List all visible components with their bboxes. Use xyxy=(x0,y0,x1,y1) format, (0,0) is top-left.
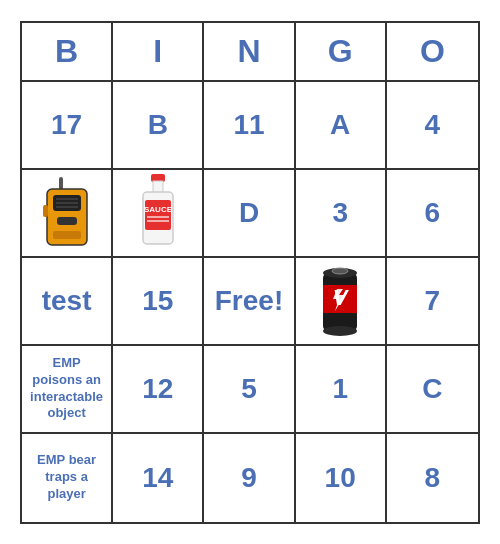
cell-value: C xyxy=(422,373,442,405)
cell-r1-c1: SAUCE xyxy=(113,170,204,258)
cell-value: B xyxy=(148,109,168,141)
cell-value: 17 xyxy=(51,109,82,141)
cell-value-small: EMP bear traps a player xyxy=(26,452,107,503)
cell-value: A xyxy=(330,109,350,141)
cell-r1-c2: D xyxy=(204,170,295,258)
cell-r2-c2: Free! xyxy=(204,258,295,346)
cell-r4-c4: 8 xyxy=(387,434,478,522)
header-letter: B xyxy=(22,23,113,80)
svg-text:SAUCE: SAUCE xyxy=(144,205,173,214)
energy-can-image: V xyxy=(304,265,376,337)
cell-r4-c2: 9 xyxy=(204,434,295,522)
cell-r3-c2: 5 xyxy=(204,346,295,434)
free-space: Free! xyxy=(215,285,283,317)
svg-rect-15 xyxy=(147,216,169,218)
cell-value: 9 xyxy=(241,462,257,494)
cell-r4-c0: EMP bear traps a player xyxy=(22,434,113,522)
cell-value: D xyxy=(239,197,259,229)
bingo-grid: 17B11A4 SAUCE D36test15Free! xyxy=(22,82,478,522)
svg-rect-7 xyxy=(57,217,77,225)
svg-point-22 xyxy=(332,268,348,274)
cell-r3-c0: EMP poisons an interactable object xyxy=(22,346,113,434)
bottle-image: SAUCE xyxy=(122,177,194,249)
cell-r2-c3: V xyxy=(296,258,387,346)
cell-r3-c3: 1 xyxy=(296,346,387,434)
header-letter: I xyxy=(113,23,204,80)
cell-r3-c1: 12 xyxy=(113,346,204,434)
cell-value: 3 xyxy=(332,197,348,229)
header-letter: O xyxy=(387,23,478,80)
cell-value: 10 xyxy=(325,462,356,494)
cell-value: 4 xyxy=(425,109,441,141)
cell-r0-c1: B xyxy=(113,82,204,170)
cell-r0-c0: 17 xyxy=(22,82,113,170)
svg-rect-11 xyxy=(153,181,163,193)
cell-r1-c0 xyxy=(22,170,113,258)
cell-r1-c4: 6 xyxy=(387,170,478,258)
cell-value: 5 xyxy=(241,373,257,405)
cell-value: 15 xyxy=(142,285,173,317)
cell-value-small: EMP poisons an interactable object xyxy=(26,355,107,423)
cell-r4-c3: 10 xyxy=(296,434,387,522)
header-letter: G xyxy=(296,23,387,80)
cell-r2-c1: 15 xyxy=(113,258,204,346)
cell-value: 12 xyxy=(142,373,173,405)
cell-value: 11 xyxy=(233,109,264,141)
svg-rect-16 xyxy=(147,220,169,222)
cell-value: 1 xyxy=(332,373,348,405)
bingo-header: BINGO xyxy=(22,23,478,82)
cell-value: 7 xyxy=(425,285,441,317)
svg-point-19 xyxy=(323,326,357,336)
cell-r2-c4: 7 xyxy=(387,258,478,346)
cell-r0-c2: 11 xyxy=(204,82,295,170)
cell-r4-c1: 14 xyxy=(113,434,204,522)
cell-r0-c4: 4 xyxy=(387,82,478,170)
cell-value: 8 xyxy=(425,462,441,494)
walkie-talkie-image xyxy=(31,177,103,249)
header-letter: N xyxy=(204,23,295,80)
cell-r2-c0: test xyxy=(22,258,113,346)
cell-r1-c3: 3 xyxy=(296,170,387,258)
cell-value: 6 xyxy=(425,197,441,229)
bingo-card: BINGO 17B11A4 SAUCE D36test15Free! xyxy=(20,21,480,524)
svg-rect-9 xyxy=(53,231,81,239)
cell-value: 14 xyxy=(142,462,173,494)
cell-r0-c3: A xyxy=(296,82,387,170)
cell-r3-c4: C xyxy=(387,346,478,434)
svg-rect-8 xyxy=(43,205,48,217)
cell-value: test xyxy=(42,285,92,317)
